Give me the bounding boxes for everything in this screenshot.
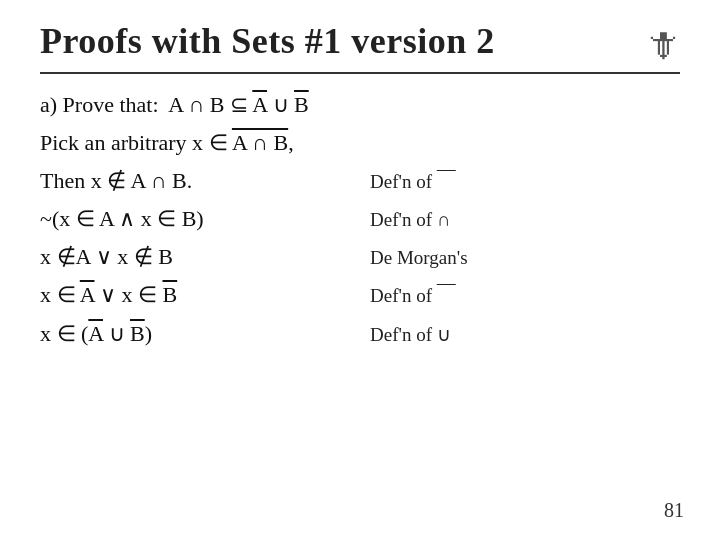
overline-defn2 [437,285,456,306]
line-demorgan: x ∉A ∨ x ∉ B De Morgan's [40,240,680,274]
overline-B1: B [294,92,309,117]
overline-B3: B [130,321,145,346]
line-prove-text: a) Prove that: A ∩ B ⊆ A ∪ B [40,88,350,122]
overline-B2: B [162,282,177,307]
line-demorgan-annotation: De Morgan's [370,243,468,272]
title-area: Proofs with Sets #1 version 2 🗡 [40,20,680,66]
page-number: 81 [664,499,684,522]
line-pick: Pick an arbitrary x ∈ A ∩ B, [40,126,680,160]
overline-AnB: A ∩ B [232,130,288,155]
line-then: Then x ∉ A ∩ B. Def'n of [40,164,680,198]
overline-defn1 [437,171,456,192]
line-then-annotation: Def'n of [370,167,456,196]
line-not-text: ~(x ∈ A ∧ x ∈ B) [40,202,350,236]
sword-icon: 🗡 [644,24,680,66]
line-then-text: Then x ∉ A ∩ B. [40,164,350,198]
line-union: x ∈ (A ∪ B) Def'n of ∪ [40,317,680,351]
overline-A1: A [252,92,267,117]
line-union-annotation: Def'n of ∪ [370,320,451,349]
line-defn2-text: x ∈ A ∨ x ∈ B [40,278,350,312]
line-union-text: x ∈ (A ∪ B) [40,317,350,351]
proof-content: a) Prove that: A ∩ B ⊆ A ∪ B Pick an arb… [40,88,680,351]
slide-title: Proofs with Sets #1 version 2 [40,20,495,62]
line-not-annotation: Def'n of ∩ [370,205,450,234]
line-defn2-annotation: Def'n of [370,281,456,310]
line-demorgan-text: x ∉A ∨ x ∉ B [40,240,350,274]
line-defn2: x ∈ A ∨ x ∈ B Def'n of [40,278,680,312]
line-prove: a) Prove that: A ∩ B ⊆ A ∪ B [40,88,680,122]
overline-A3: A [88,321,103,346]
overline-A2: A [80,282,95,307]
slide: Proofs with Sets #1 version 2 🗡 a) Prove… [0,0,720,540]
line-not: ~(x ∈ A ∧ x ∈ B) Def'n of ∩ [40,202,680,236]
line-pick-text: Pick an arbitrary x ∈ A ∩ B, [40,126,350,160]
title-divider [40,72,680,74]
